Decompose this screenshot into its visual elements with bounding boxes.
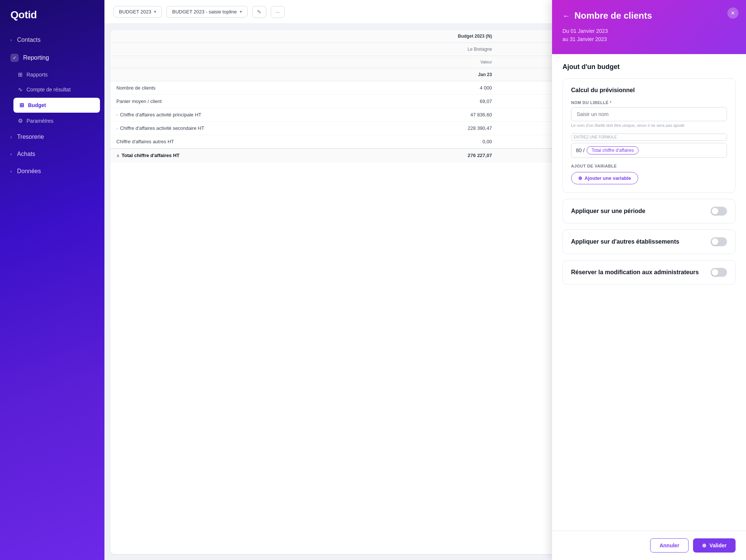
sidebar-item-donnees[interactable]: › Données: [0, 163, 104, 180]
panel-header: ← Nombre de clients ✕ Du 01 Janvier 2023…: [552, 0, 746, 54]
side-panel: ← Nombre de clients ✕ Du 01 Janvier 2023…: [552, 0, 746, 560]
sidebar-nav: › Contacts ✓ Reporting ⊞ Rapports ∿ Comp…: [0, 31, 104, 560]
plus-circle-icon: ⊕: [578, 175, 582, 181]
panel-body: Ajout d'un budget Calcul du prévisionnel…: [552, 54, 746, 531]
chevron-down-icon-1: ▾: [154, 9, 156, 14]
value-label-1: Valeur: [331, 56, 498, 68]
check-icon: ✓: [10, 54, 19, 62]
variable-section: AJOUT DE VARIABLE ⊕ Ajouter une variable: [571, 164, 727, 184]
formula-tag[interactable]: Total chiffre d'affaires: [587, 146, 639, 154]
chevron-right-icon-4: ›: [10, 169, 12, 173]
sidebar-item-achats[interactable]: › Achats: [0, 146, 104, 163]
sidebar-label-parametres: Paramètres: [26, 118, 53, 124]
sidebar-item-reporting[interactable]: ✓ Reporting: [0, 49, 104, 67]
panel-footer: Annuler ⊕ Valider: [552, 531, 746, 560]
sidebar-label-reporting: Reporting: [23, 54, 49, 61]
ellipsis-icon: ···: [276, 9, 280, 15]
budget-dropdown-2[interactable]: BUDGET 2023 - saisie topline ▾: [166, 6, 247, 18]
expand-icon-3[interactable]: ›: [116, 126, 118, 131]
formule-group: ENTREZ UNE FORMULE 80 / Total chiffre d'…: [571, 134, 727, 158]
expand-icon-2[interactable]: ›: [116, 113, 118, 117]
sidebar-item-contacts[interactable]: › Contacts: [0, 31, 104, 49]
check-circle-icon: ⊕: [702, 542, 706, 548]
gear-icon: ⚙: [18, 118, 23, 124]
nom-libelle-hint: Le nom d'un libellé doit être unique, si…: [571, 123, 727, 128]
period-label: Appliquer sur une période: [571, 208, 645, 215]
edit-button[interactable]: ✎: [252, 6, 266, 18]
panel-close-button[interactable]: ✕: [727, 7, 739, 19]
chevron-right-icon-3: ›: [10, 152, 12, 156]
grid-icon-rapports: ⊞: [18, 71, 23, 78]
nom-libelle-label: NOM DU LIBELLÉ *: [571, 100, 727, 105]
sidebar-label-donnees: Données: [17, 168, 41, 175]
formule-label: ENTREZ UNE FORMULE: [571, 134, 727, 141]
panel-section-title: Ajout d'un budget: [562, 63, 736, 71]
sidebar-label-achats: Achats: [17, 151, 35, 157]
sidebar-sub-nav-reporting: ⊞ Rapports ∿ Compte de résultat ⊞ Budget…: [0, 67, 104, 128]
chevron-right-icon: ›: [10, 38, 12, 42]
formula-input-wrap[interactable]: 80 / Total chiffre d'affaires: [571, 143, 727, 158]
formula-prefix: 80 /: [576, 147, 584, 153]
admin-section: Réserver la modification aux administrat…: [562, 260, 736, 285]
admin-label: Réserver la modification aux administrat…: [571, 269, 699, 276]
validate-button[interactable]: ⊕ Valider: [693, 538, 736, 553]
sidebar-item-compte-resultat[interactable]: ∿ Compte de résultat: [0, 82, 104, 97]
col-header-1: Budget 2023 (N): [331, 30, 498, 43]
period-toggle[interactable]: [711, 207, 727, 216]
more-button[interactable]: ···: [271, 6, 285, 18]
add-variable-button[interactable]: ⊕ Ajouter une variable: [571, 172, 638, 184]
chart-icon: ∿: [18, 86, 23, 93]
sidebar-item-rapports[interactable]: ⊞ Rapports: [0, 67, 104, 82]
variable-label: AJOUT DE VARIABLE: [571, 164, 727, 168]
sidebar-label-budget: Budget: [28, 102, 46, 108]
chevron-down-icon-2: ▾: [240, 9, 242, 14]
panel-title: Nombre de clients: [574, 10, 652, 21]
sidebar: Qotid › Contacts ✓ Reporting ⊞ Rapports …: [0, 0, 104, 560]
pencil-icon: ✎: [257, 9, 261, 15]
establishments-toggle[interactable]: [711, 237, 727, 246]
sidebar-item-parametres[interactable]: ⚙ Paramètres: [0, 113, 104, 128]
nom-libelle-group: NOM DU LIBELLÉ * Le nom d'un libellé doi…: [571, 100, 727, 128]
sidebar-label-contacts: Contacts: [17, 37, 41, 43]
sidebar-label-rapports: Rapports: [26, 72, 48, 78]
budget-dropdown-1[interactable]: BUDGET 2023 ▾: [113, 6, 162, 18]
col-month-1: Jan 23: [331, 68, 498, 81]
collapse-icon[interactable]: ∧: [116, 153, 119, 158]
sidebar-item-tresorerie[interactable]: › Tresorerie: [0, 128, 104, 146]
calc-section-title: Calcul du prévisionnel: [571, 87, 727, 94]
panel-date-range: Du 01 Janvier 2023 au 31 Janvier 2023: [562, 27, 736, 44]
col-sub-1: Le Bretagne: [331, 43, 498, 56]
establishments-label: Appliquer sur d'autres établissements: [571, 238, 679, 245]
calc-section: Calcul du prévisionnel NOM DU LIBELLÉ * …: [562, 78, 736, 193]
nom-libelle-input[interactable]: [571, 107, 727, 121]
establishments-section: Appliquer sur d'autres établissements: [562, 229, 736, 254]
sidebar-label-compte-resultat: Compte de résultat: [26, 87, 70, 93]
admin-toggle[interactable]: [711, 268, 727, 277]
sidebar-label-tresorerie: Tresorerie: [17, 134, 44, 140]
period-section: Appliquer sur une période: [562, 199, 736, 223]
panel-back-button[interactable]: ←: [562, 12, 570, 20]
grid-icon-budget: ⊞: [19, 102, 24, 109]
app-logo: Qotid: [0, 0, 104, 31]
sidebar-item-budget[interactable]: ⊞ Budget: [13, 98, 100, 113]
chevron-right-icon-2: ›: [10, 135, 12, 139]
cancel-button[interactable]: Annuler: [650, 538, 689, 553]
